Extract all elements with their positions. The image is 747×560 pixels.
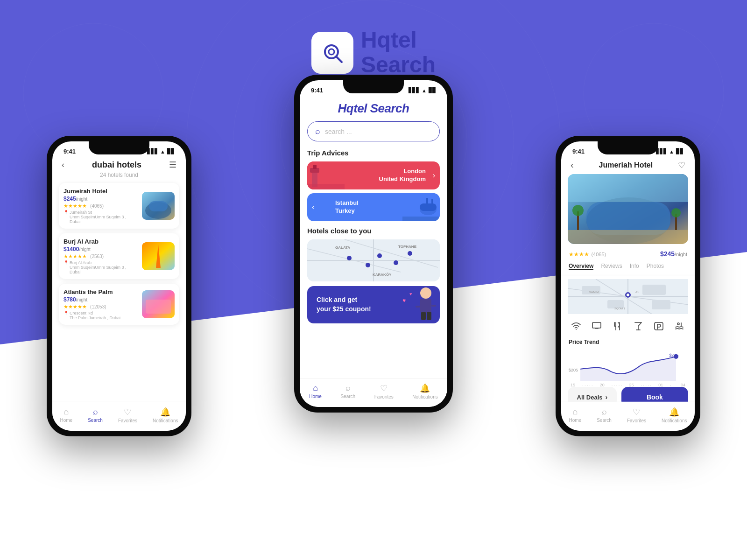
price-chart: $205 $245 bbox=[569, 348, 687, 381]
svg-rect-19 bbox=[313, 165, 317, 169]
hotel-price-2: $1400/night bbox=[63, 246, 137, 252]
menu-icon[interactable]: ☰ bbox=[169, 160, 176, 170]
svg-rect-41 bbox=[420, 299, 431, 313]
nav-home-right[interactable]: ⌂ Home bbox=[569, 407, 582, 423]
nav-favorites-right[interactable]: ♡ Favorites bbox=[627, 407, 646, 423]
notifications-icon-right: 🔔 bbox=[669, 407, 679, 417]
svg-rect-26 bbox=[402, 217, 440, 221]
svg-text:♥: ♥ bbox=[409, 292, 412, 296]
svg-text:SWM M: SWM M bbox=[589, 291, 599, 294]
svg-text:♥: ♥ bbox=[402, 297, 406, 304]
tab-overview[interactable]: Overview bbox=[569, 263, 593, 270]
hotel-img-1 bbox=[142, 192, 175, 220]
svg-point-67 bbox=[627, 294, 629, 296]
home-icon-right: ⌂ bbox=[572, 407, 578, 417]
hotel-name-1: Jumeirah Hotel bbox=[63, 188, 137, 195]
bar-icon bbox=[633, 322, 643, 333]
svg-rect-45 bbox=[427, 312, 431, 320]
back-icon[interactable]: ‹ bbox=[62, 160, 64, 169]
favorite-icon-right[interactable]: ♡ bbox=[678, 160, 685, 170]
london-arrow-icon: › bbox=[433, 171, 435, 180]
map-area-center[interactable]: GALATA TOPHANE KARAKÖY bbox=[307, 239, 440, 281]
nav-search-right[interactable]: ⌕ Search bbox=[597, 407, 612, 423]
chart-svg: $205 $245 bbox=[569, 348, 687, 381]
nav-home-center[interactable]: ⌂ Home bbox=[309, 383, 322, 399]
logo-text: Hqtel Search bbox=[361, 28, 436, 77]
svg-rect-50 bbox=[586, 202, 670, 235]
svg-rect-52 bbox=[568, 230, 688, 244]
bottom-nav-center: ⌂ Home ⌕ Search ♡ Favorites 🔔 Notificati… bbox=[300, 378, 447, 407]
svg-rect-24 bbox=[426, 198, 428, 204]
phone-left-notch bbox=[89, 141, 149, 154]
svg-point-71 bbox=[576, 329, 577, 330]
hotel-card-jumeirah[interactable]: Jumeirah Hotel $245/night ★★★★★ (4065) 📍… bbox=[59, 183, 179, 229]
hotel-img-3 bbox=[142, 290, 175, 318]
home-icon-left: ⌂ bbox=[63, 407, 69, 417]
parking-icon bbox=[654, 322, 664, 333]
search-icon-left: ⌕ bbox=[93, 407, 98, 417]
search-bar-center[interactable]: ⌕ search ... bbox=[307, 121, 440, 141]
trip-card-istanbul[interactable]: ‹ Istanbul Turkey bbox=[307, 193, 440, 221]
hotel-stars-2: ★★★★★ (2563) bbox=[63, 253, 137, 259]
svg-rect-11 bbox=[149, 201, 168, 211]
svg-point-78 bbox=[677, 323, 679, 325]
svg-text:TOPHANE: TOPHANE bbox=[398, 245, 417, 249]
favorites-icon-right: ♡ bbox=[633, 407, 640, 417]
tab-photos[interactable]: Photos bbox=[647, 263, 664, 270]
hotel-hero-image bbox=[568, 174, 688, 244]
nav-favorites-left[interactable]: ♡ Favorites bbox=[118, 407, 137, 423]
nav-search-left[interactable]: ⌕ Search bbox=[88, 407, 103, 423]
tab-info[interactable]: Info bbox=[630, 263, 639, 270]
svg-rect-20 bbox=[307, 184, 345, 189]
nav-notifications-right[interactable]: 🔔 Notifications bbox=[662, 407, 687, 423]
search-icon-center: ⌕ bbox=[315, 126, 320, 136]
phone-right-notch bbox=[598, 141, 658, 154]
map-svg: GALATA TOPHANE KARAKÖY bbox=[307, 239, 440, 281]
tab-reviews[interactable]: Reviews bbox=[601, 263, 622, 270]
coupon-illustration: ♥ ♥ bbox=[393, 286, 440, 323]
bottom-nav-right: ⌂ Home ⌕ Search ♡ Favorites 🔔 Notificati… bbox=[561, 402, 695, 431]
mini-map-svg: SWM M A1 SQDM 1 bbox=[568, 279, 688, 314]
nav-search-center[interactable]: ⌕ Search bbox=[340, 383, 355, 399]
hotel-card-burj[interactable]: Burj Al Arab $1400/night ★★★★★ (2563) 📍 … bbox=[59, 233, 179, 279]
hotel-address-2: 📍 Burj Al ArabUmm SuqeimUmm Suqeim 3 , D… bbox=[63, 260, 137, 274]
nav-favorites-center[interactable]: ♡ Favorites bbox=[374, 383, 394, 399]
svg-point-40 bbox=[420, 287, 431, 299]
svg-rect-15 bbox=[146, 300, 171, 314]
coupon-banner[interactable]: Click and get your $25 coupon! ♥ ♥ bbox=[307, 286, 440, 323]
svg-point-32 bbox=[347, 256, 352, 260]
mini-map[interactable]: SWM M A1 SQDM 1 bbox=[568, 279, 688, 314]
coupon-text: Click and get your $25 coupon! bbox=[317, 295, 371, 314]
hotel-price-right: $245/night bbox=[660, 250, 687, 258]
status-icons-right: ▋▋▋ ▲ ▊▊ bbox=[656, 148, 684, 154]
nav-notifications-center[interactable]: 🔔 Notifications bbox=[412, 383, 437, 399]
hotel-name-3: Atlantis the Palm bbox=[63, 288, 137, 295]
hotel-stars-3: ★★★★★ (12053) bbox=[63, 304, 137, 310]
logo-icon bbox=[311, 32, 353, 74]
svg-rect-72 bbox=[592, 322, 601, 328]
nav-home-left[interactable]: ⌂ Home bbox=[60, 407, 73, 423]
nav-notifications-left[interactable]: 🔔 Notifications bbox=[153, 407, 178, 423]
hotel-price-3: $780/night bbox=[63, 296, 137, 303]
phone-left-inner: 9:41 ▋▋▋ ▲ ▊▊ ‹ dubai hotels ☰ 24 hotels… bbox=[52, 141, 186, 431]
svg-text:KARAKÖY: KARAKÖY bbox=[373, 273, 392, 277]
back-icon-right[interactable]: ‹ bbox=[571, 160, 574, 170]
section-trip-title: Trip Advices bbox=[300, 149, 447, 161]
time-left: 9:41 bbox=[63, 148, 76, 155]
tv-icon bbox=[592, 322, 602, 333]
istanbul-back-arrow-icon: ‹ bbox=[312, 203, 314, 211]
chevron-right-icon: › bbox=[606, 393, 608, 401]
time-right: 9:41 bbox=[572, 148, 585, 155]
left-header: ‹ dubai hotels ☰ bbox=[52, 158, 186, 172]
restaurant-icon bbox=[613, 322, 623, 333]
hotel-img-2 bbox=[142, 242, 175, 270]
svg-point-34 bbox=[377, 253, 382, 258]
detail-tabs: Overview Reviews Info Photos bbox=[561, 263, 695, 275]
london-illustration bbox=[307, 161, 345, 189]
search-icon-center-nav: ⌕ bbox=[345, 383, 351, 393]
svg-rect-23 bbox=[420, 203, 437, 211]
phone-right-inner: 9:41 ▋▋▋ ▲ ▊▊ ‹ Jumeriah Hotel ♡ bbox=[561, 141, 695, 431]
svg-point-35 bbox=[394, 260, 398, 265]
trip-card-london[interactable]: London United Kingdom › bbox=[307, 161, 440, 189]
hotel-card-atlantis[interactable]: Atlantis the Palm $780/night ★★★★★ (1205… bbox=[59, 284, 179, 325]
